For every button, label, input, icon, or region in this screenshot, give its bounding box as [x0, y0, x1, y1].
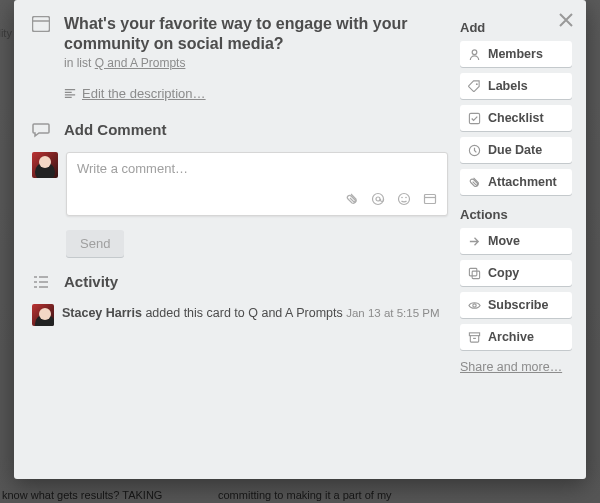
align-left-icon [64, 88, 76, 100]
archive-button[interactable]: Archive [460, 324, 572, 350]
attachment-icon[interactable] [345, 192, 359, 209]
activity-time: Jan 13 at 5:15 PM [346, 307, 439, 319]
svg-point-2 [373, 193, 384, 204]
send-button[interactable]: Send [66, 230, 124, 257]
emoji-icon[interactable] [397, 192, 411, 209]
svg-rect-16 [469, 332, 479, 335]
checklist-icon [468, 112, 481, 125]
attachment-icon [468, 176, 481, 189]
activity-action: added this card to Q and A Prompts [142, 306, 346, 320]
svg-rect-0 [33, 17, 50, 32]
mention-icon[interactable] [371, 192, 385, 209]
checklist-button[interactable]: Checklist [460, 105, 572, 131]
share-more-link[interactable]: Share and more… [460, 360, 562, 374]
activity-entry: Stacey Harris added this card to Q and A… [32, 304, 448, 326]
svg-point-6 [405, 196, 407, 198]
svg-point-10 [476, 83, 478, 85]
svg-rect-7 [425, 194, 436, 203]
arrow-right-icon [468, 235, 481, 248]
card-list-location: in list Q and A Prompts [64, 56, 185, 70]
avatar[interactable] [32, 304, 54, 326]
svg-point-15 [473, 303, 476, 306]
members-button[interactable]: Members [460, 41, 572, 67]
labels-button[interactable]: Labels [460, 73, 572, 99]
activity-user[interactable]: Stacey Harris [62, 306, 142, 320]
svg-rect-11 [469, 113, 479, 123]
comment-input[interactable] [77, 161, 437, 176]
eye-icon [468, 299, 481, 312]
svg-rect-13 [469, 268, 476, 275]
card-icon [32, 14, 54, 70]
list-name-link[interactable]: Q and A Prompts [95, 56, 186, 70]
archive-icon [468, 331, 481, 344]
card-modal: What's your favorite way to engage with … [14, 0, 586, 479]
add-comment-heading: Add Comment [64, 121, 167, 142]
edit-description-link[interactable]: Edit the description… [64, 86, 206, 101]
card-ref-icon[interactable] [423, 192, 437, 209]
comment-icon [32, 121, 54, 142]
tag-icon [468, 80, 481, 93]
card-title[interactable]: What's your favorite way to engage with … [64, 14, 428, 54]
move-button[interactable]: Move [460, 228, 572, 254]
svg-point-4 [399, 193, 410, 204]
avatar[interactable] [32, 152, 58, 178]
svg-rect-14 [472, 271, 479, 278]
comment-box[interactable] [66, 152, 448, 216]
close-icon[interactable] [556, 10, 576, 30]
person-icon [468, 48, 481, 61]
card-sidebar: Add Members Labels Checklist Due Date At… [458, 0, 586, 479]
copy-icon [468, 267, 481, 280]
clock-icon [468, 144, 481, 157]
svg-point-3 [376, 197, 380, 201]
svg-point-9 [472, 49, 477, 54]
due-date-button[interactable]: Due Date [460, 137, 572, 163]
copy-button[interactable]: Copy [460, 260, 572, 286]
card-main-column: What's your favorite way to engage with … [14, 0, 458, 479]
activity-icon [32, 273, 54, 294]
activity-heading: Activity [64, 273, 118, 294]
actions-heading: Actions [460, 207, 572, 222]
subscribe-button[interactable]: Subscribe [460, 292, 572, 318]
svg-point-5 [401, 196, 403, 198]
attachment-button[interactable]: Attachment [460, 169, 572, 195]
